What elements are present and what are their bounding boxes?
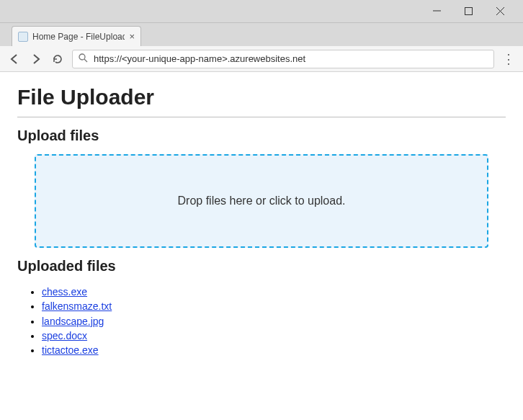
list-item: landscape.jpg xyxy=(42,314,506,329)
file-link[interactable]: landscape.jpg xyxy=(42,316,104,327)
browser-menu-button[interactable]: ⋮ xyxy=(501,51,516,67)
window-controls xyxy=(0,0,523,23)
upload-heading: Upload files xyxy=(17,128,506,144)
dropzone[interactable]: Drop files here or click to upload. xyxy=(35,154,488,248)
list-item: spec.docx xyxy=(42,329,506,343)
list-item: falkensmaze.txt xyxy=(42,299,506,313)
browser-tabbar: Home Page - FileUploade × xyxy=(0,23,523,46)
close-button[interactable] xyxy=(484,1,516,22)
list-item: tictactoe.exe xyxy=(42,343,506,357)
uploaded-files-list: chess.exe falkensmaze.txt landscape.jpg … xyxy=(22,285,506,357)
uploaded-heading: Uploaded files xyxy=(17,258,506,274)
minimize-button[interactable] xyxy=(421,1,452,22)
list-item: chess.exe xyxy=(42,285,506,299)
file-link[interactable]: tictactoe.exe xyxy=(42,344,99,356)
search-icon xyxy=(79,53,88,65)
address-text: https://<your-unique-app-name>.azurewebs… xyxy=(94,53,305,64)
tab-close-icon[interactable]: × xyxy=(129,31,135,42)
svg-point-4 xyxy=(79,54,85,60)
svg-line-5 xyxy=(84,59,87,62)
reload-button[interactable] xyxy=(50,52,65,66)
maximize-button[interactable] xyxy=(452,1,484,22)
forward-button[interactable] xyxy=(29,52,43,66)
svg-rect-1 xyxy=(465,8,472,15)
page-content: File Uploader Upload files Drop files he… xyxy=(0,72,523,375)
tab-title: Home Page - FileUploade xyxy=(32,32,125,42)
back-button[interactable] xyxy=(7,52,22,66)
page-title: File Uploader xyxy=(17,85,506,110)
browser-tab[interactable]: Home Page - FileUploade × xyxy=(12,26,141,46)
dropzone-text: Drop files here or click to upload. xyxy=(178,195,346,207)
divider xyxy=(17,117,506,117)
file-link[interactable]: falkensmaze.txt xyxy=(42,300,112,312)
favicon-icon xyxy=(18,32,28,42)
address-bar[interactable]: https://<your-unique-app-name>.azurewebs… xyxy=(72,50,494,68)
file-link[interactable]: spec.docx xyxy=(42,330,87,341)
file-link[interactable]: chess.exe xyxy=(42,286,87,298)
browser-toolbar: https://<your-unique-app-name>.azurewebs… xyxy=(0,46,523,72)
